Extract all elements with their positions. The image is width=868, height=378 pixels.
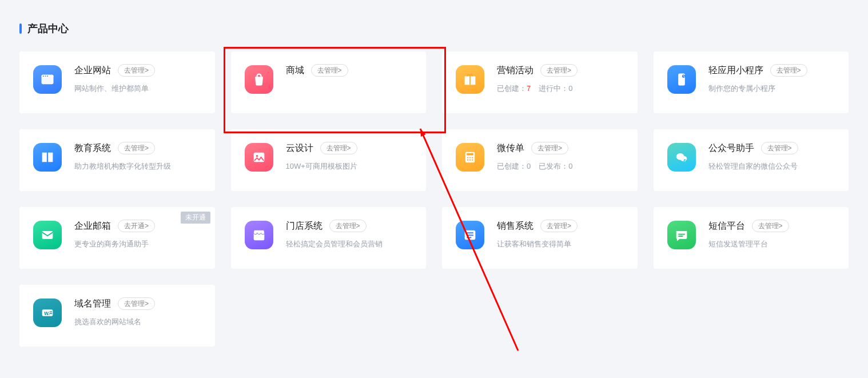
product-card-wechat[interactable]: 公众号助手去管理>轻松管理自家的微信公众号 <box>654 129 849 191</box>
product-card-domain[interactable]: W.域名管理去管理>挑选喜欢的网站域名 <box>19 285 215 347</box>
manage-button[interactable]: 去管理> <box>118 64 155 77</box>
card-description: 挑选喜欢的网站域名 <box>74 317 201 327</box>
card-title-row: 营销活动去管理> <box>497 64 624 77</box>
card-body: 营销活动去管理>已创建：7进行中：0 <box>497 64 624 94</box>
stat-label: 进行中： <box>539 84 568 93</box>
card-title-row: 企业网站去管理> <box>74 64 201 77</box>
card-title: 云设计 <box>286 142 313 154</box>
card-description: 网站制作、维护都简单 <box>74 83 201 94</box>
card-body: 云设计去管理>10W+可商用模板图片 <box>286 142 413 172</box>
product-center-panel: 产品中心 企业网站去管理>网站制作、维护都简单商城去管理>营销活动去管理>已创建… <box>19 22 849 347</box>
card-body: 销售系统去管理>让获客和销售变得简单 <box>497 220 624 249</box>
manage-button[interactable]: 去管理> <box>320 142 357 154</box>
card-description: 轻松管理自家的微信公众号 <box>708 161 835 172</box>
stat-label: 已创建： <box>497 162 527 170</box>
card-body: 公众号助手去管理>轻松管理自家的微信公众号 <box>708 142 835 172</box>
card-description: 轻松搞定会员管理和会员营销 <box>286 239 413 249</box>
calc-icon <box>456 143 484 172</box>
svg-rect-32 <box>50 313 53 314</box>
mail-icon <box>33 221 62 249</box>
manage-button[interactable]: 去管理> <box>329 220 367 232</box>
svg-point-17 <box>469 160 471 161</box>
product-card-miniapp[interactable]: 轻应用小程序去管理>制作您的专属小程序 <box>654 51 849 113</box>
product-card-sales[interactable]: 销售系统去管理>让获客和销售变得简单 <box>442 207 638 269</box>
product-grid: 企业网站去管理>网站制作、维护都简单商城去管理>营销活动去管理>已创建：7进行中… <box>19 51 849 347</box>
svg-rect-26 <box>467 237 471 238</box>
card-title-row: 商城去管理> <box>286 64 413 77</box>
svg-text:W.: W. <box>44 311 50 316</box>
stat-value: 0 <box>527 162 531 170</box>
card-title-row: 云设计去管理> <box>286 142 413 154</box>
product-card-sms[interactable]: 短信平台去管理>短信发送管理平台 <box>654 207 849 269</box>
book-icon <box>33 143 62 172</box>
card-title: 营销活动 <box>497 65 533 77</box>
card-title: 企业网站 <box>74 65 111 77</box>
card-title: 企业邮箱 <box>74 220 111 232</box>
manage-button[interactable]: 去管理> <box>118 142 155 154</box>
phone-icon <box>667 65 696 94</box>
image-icon <box>245 143 273 172</box>
manage-button[interactable]: 去管理> <box>118 297 155 310</box>
section-title: 产品中心 <box>19 22 849 35</box>
manage-button[interactable]: 去管理> <box>770 64 807 77</box>
manage-button[interactable]: 去管理> <box>311 64 348 77</box>
svg-rect-24 <box>467 232 473 233</box>
card-title-row: 门店系统去管理> <box>286 220 413 232</box>
svg-rect-31 <box>50 312 53 312</box>
window-icon <box>33 65 62 94</box>
product-card-edu[interactable]: 教育系统去管理>助力教培机构数字化转型升级 <box>19 129 215 191</box>
card-description: 短信发送管理平台 <box>708 239 835 249</box>
card-title-row: 轻应用小程序去管理> <box>708 64 835 77</box>
card-title: 门店系统 <box>286 220 322 232</box>
card-title: 教育系统 <box>74 142 111 154</box>
card-title: 商城 <box>286 65 304 77</box>
card-title: 销售系统 <box>497 220 533 232</box>
product-card-mall[interactable]: 商城去管理> <box>231 51 427 113</box>
card-body: 企业邮箱去开通>更专业的商务沟通助手 <box>74 220 201 249</box>
svg-point-10 <box>256 155 258 157</box>
stat-item: 进行中：0 <box>539 83 572 94</box>
stat-label: 已创建： <box>497 84 527 93</box>
card-description: 制作您的专属小程序 <box>708 83 835 94</box>
manage-button[interactable]: 去管理> <box>540 220 578 232</box>
stat-value: 7 <box>527 84 531 93</box>
storefront-icon <box>245 221 273 249</box>
manage-button[interactable]: 去管理> <box>752 220 789 232</box>
card-body: 微传单去管理>已创建：0已发布：0 <box>497 142 624 172</box>
card-title-row: 销售系统去管理> <box>497 220 624 232</box>
product-card-mail[interactable]: 未开通企业邮箱去开通>更专业的商务沟通助手 <box>19 207 215 269</box>
svg-point-15 <box>472 157 473 158</box>
card-body: 教育系统去管理>助力教培机构数字化转型升级 <box>74 142 201 172</box>
stat-item: 已创建：0 <box>497 161 531 172</box>
product-card-flyer[interactable]: 微传单去管理>已创建：0已发布：0 <box>442 129 638 191</box>
card-title: 轻应用小程序 <box>708 65 763 77</box>
card-title-row: 教育系统去管理> <box>74 142 201 154</box>
manage-button[interactable]: 去管理> <box>540 64 578 77</box>
svg-rect-28 <box>678 236 683 237</box>
svg-rect-12 <box>467 153 473 156</box>
product-card-marketing[interactable]: 营销活动去管理>已创建：7进行中：0 <box>442 51 638 113</box>
stat-label: 已发布： <box>539 162 568 170</box>
stat-value: 0 <box>568 84 572 93</box>
manage-button[interactable]: 去管理> <box>531 142 568 154</box>
stat-item: 已发布：0 <box>539 161 572 172</box>
svg-rect-27 <box>678 234 685 235</box>
card-stats: 已创建：0已发布：0 <box>497 161 624 172</box>
manage-button[interactable]: 去管理> <box>761 142 798 154</box>
card-title: 微传单 <box>497 142 524 154</box>
product-card-design[interactable]: 云设计去管理>10W+可商用模板图片 <box>231 129 427 191</box>
stat-item: 已创建：7 <box>497 83 531 94</box>
svg-point-14 <box>469 157 471 158</box>
svg-point-8 <box>682 75 684 78</box>
card-title: 短信平台 <box>708 220 745 232</box>
card-title: 公众号助手 <box>708 142 754 154</box>
not-activated-badge: 未开通 <box>181 212 210 224</box>
card-body: 门店系统去管理>轻松搞定会员管理和会员营销 <box>286 220 413 249</box>
product-card-store[interactable]: 门店系统去管理>轻松搞定会员管理和会员营销 <box>231 207 427 269</box>
card-body: 短信平台去管理>短信发送管理平台 <box>708 220 835 249</box>
activate-button[interactable]: 去开通> <box>118 220 155 232</box>
gift-icon <box>456 65 484 94</box>
product-card-site[interactable]: 企业网站去管理>网站制作、维护都简单 <box>19 51 215 113</box>
svg-point-3 <box>45 75 46 77</box>
chat-icon <box>667 221 696 249</box>
